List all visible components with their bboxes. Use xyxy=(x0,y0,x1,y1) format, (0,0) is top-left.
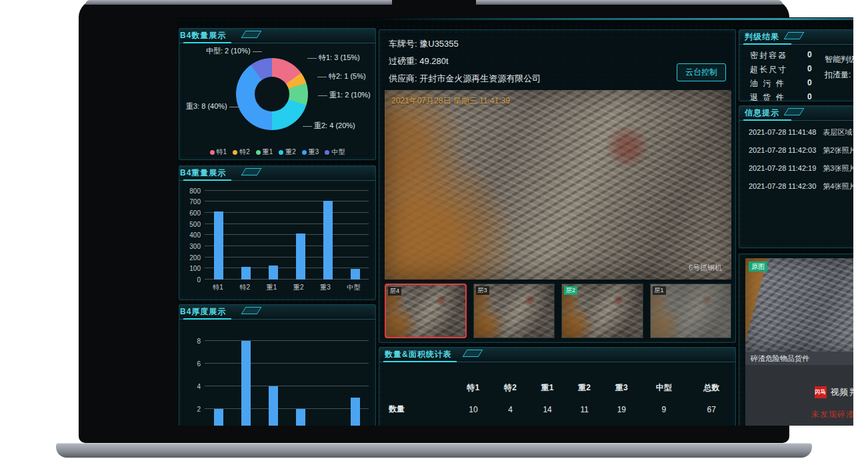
table-cell: 11 xyxy=(566,398,603,421)
ptz-control-button[interactable]: 云台控制 xyxy=(677,63,726,81)
info-message-time: 2021-07-28 11:42:03 xyxy=(749,146,816,154)
legend-item[interactable]: 重1 xyxy=(256,147,273,157)
donut-callout: 中型: 2 (10%) xyxy=(206,46,264,56)
thickness-plot-area: 2468 xyxy=(205,332,369,426)
y-axis-tick: 4 xyxy=(197,382,201,390)
x-axis-label: 特1 xyxy=(213,283,223,292)
photo-thumbnail[interactable]: 层2 xyxy=(561,284,643,338)
weight-bar-chart: 0100200300400500600700800 特1特2重1重2重3中型 xyxy=(185,186,369,292)
supplier-value: 开封市金火源再生资源有限公司 xyxy=(419,73,541,83)
thickness-bar-chart: 2468 xyxy=(185,332,369,426)
donut-callout: 重3: 8 (40%) xyxy=(186,101,241,111)
table-cell: — xyxy=(492,421,529,426)
photo-thumbnail[interactable]: 层4 xyxy=(385,284,467,338)
table-header-row: 特1特2重1重2重3中型总数 xyxy=(379,378,735,398)
info-message-text: 表层区域计算成功 xyxy=(823,128,853,136)
camera-notch xyxy=(392,0,476,10)
photo-thumbnail[interactable]: 层3 xyxy=(473,284,555,338)
y-axis-tick: 6 xyxy=(197,360,201,367)
donut-chart xyxy=(236,58,308,130)
platform-logo-row: 闪马 视频判级平台 xyxy=(745,386,853,398)
quantity-panel-title: B4数量展示 xyxy=(179,29,375,43)
table-header-cell: 特2 xyxy=(492,378,529,398)
info-panel-title: 信息提示 xyxy=(739,106,853,121)
table-header-cell: 重3 xyxy=(603,378,641,398)
title-decoration xyxy=(241,307,262,314)
info-message: 2021-07-28 11:42:03第2张照片表层判级 xyxy=(749,145,853,155)
legend-item[interactable]: 特2 xyxy=(233,147,250,157)
y-axis-tick: 700 xyxy=(189,198,201,205)
bars-group xyxy=(205,332,369,426)
legend-label: 特2 xyxy=(239,147,250,157)
thumbnail-layer-tag: 层3 xyxy=(476,286,489,295)
panel-title-text: 判级结果 xyxy=(745,32,779,41)
y-axis-tick: 100 xyxy=(189,265,201,272)
table-row-label: 面积 xyxy=(379,421,455,426)
statistics-panel-title: 数量&面积统计表 xyxy=(379,348,735,362)
table-cell: 9 xyxy=(640,398,687,421)
x-axis-label: 重2 xyxy=(293,283,304,292)
table-cell: 67 xyxy=(688,398,735,421)
info-message-text: 第2张照片表层判级 xyxy=(823,146,853,154)
photo-thumbnail[interactable]: 层1 xyxy=(650,284,732,338)
donut-callout: 重1: 2 (10%) xyxy=(316,90,371,100)
bar xyxy=(214,409,223,426)
main-photo: 2021年07月28日 星期三 11:41:39 6号抓钢机 xyxy=(385,90,731,280)
weight-panel: B4重量展示 0100200300400500600700800 特1特2重1重… xyxy=(179,165,376,300)
bars-group xyxy=(205,186,369,280)
quantity-donut-chart: 特1: 3 (15%)特2: 1 (5%)重1: 2 (10%)重2: 4 (2… xyxy=(179,45,375,145)
photo-watermark: 6号抓钢机 xyxy=(689,263,722,273)
y-axis-tick: 2 xyxy=(197,405,201,412)
table-row-label: 数量 xyxy=(379,398,455,421)
legend-label: 特1 xyxy=(217,147,227,157)
panel-title-text: B4厚度展示 xyxy=(180,307,226,316)
grading-item-label: 密封容器 xyxy=(750,51,787,60)
donut-legend: 特1特2重1重2重3中型 xyxy=(179,147,375,157)
legend-label: 中型 xyxy=(331,147,345,157)
weight-plot-area: 0100200300400500600700800 xyxy=(205,186,369,280)
donut-callout-text: 中型: 2 (10%) xyxy=(206,47,251,55)
table-header-cell: 中型 xyxy=(640,378,687,398)
statistics-panel: 数量&面积统计表 特1特2重1重2重3中型总数数量104141119967面积—… xyxy=(379,347,736,426)
legend-dot-icon xyxy=(233,150,237,155)
supplier-row: 供应商: 开封市金火源再生资源有限公司 xyxy=(389,73,541,85)
legend-item[interactable]: 重3 xyxy=(302,147,319,157)
quantity-panel: B4数量展示 特1: 3 (15%)特2: 1 (5%)重1: 2 (10%)重… xyxy=(179,28,376,160)
x-axis-label: 特2 xyxy=(240,283,251,292)
title-decoration xyxy=(463,350,483,357)
legend-item[interactable]: 重2 xyxy=(279,147,296,157)
table-cell: — xyxy=(455,421,492,426)
grading-item-label: 退 货 件 xyxy=(750,93,785,101)
bar xyxy=(323,201,333,280)
title-decoration xyxy=(784,32,805,39)
x-axis-label: 重3 xyxy=(320,283,331,292)
table-cell: — xyxy=(566,421,603,426)
info-message-text: 第3张照片表层判级 xyxy=(823,164,853,172)
donut-callout: 特1: 3 (15%) xyxy=(305,53,360,63)
inspection-panel: 车牌号: 豫U35355 过磅重: 49.280t 供应商: 开封市金火源再生资… xyxy=(379,29,736,343)
result-panel: 原图 碎渣危险物品货件 闪马 视频判级平台 未发现碎渣危险物件 xyxy=(739,254,853,426)
y-axis-tick: 8 xyxy=(197,337,201,344)
table-header-cell: 特1 xyxy=(455,378,492,398)
panel-title-text: 信息提示 xyxy=(745,108,779,117)
grading-side-label: 智能判级: xyxy=(825,54,853,65)
info-message-text: 第4张照片表层判级 xyxy=(823,182,853,190)
weighbridge-label: 过磅重: xyxy=(389,56,417,66)
plate-value: 豫U35355 xyxy=(419,39,459,49)
y-axis-tick: 300 xyxy=(189,243,201,250)
table-header-cell: 重1 xyxy=(529,378,566,398)
legend-item[interactable]: 特1 xyxy=(210,147,227,157)
grading-item-label: 超长尺寸 xyxy=(750,65,787,74)
donut-callout: 特2: 1 (5%) xyxy=(315,71,366,81)
bar xyxy=(296,234,305,280)
legend-dot-icon xyxy=(279,150,283,155)
legend-dot-icon xyxy=(210,150,215,155)
info-message: 2021-07-28 11:42:19第3张照片表层判级 xyxy=(749,163,853,173)
legend-item[interactable]: 中型 xyxy=(325,147,345,157)
y-axis-tick: 200 xyxy=(189,254,201,261)
donut-callout-text: 特2: 1 (5%) xyxy=(329,72,366,80)
legend-dot-icon xyxy=(302,150,307,155)
x-axis-label: 重1 xyxy=(267,283,277,292)
title-decoration xyxy=(784,108,805,115)
donut-callout: 重2: 4 (20%) xyxy=(301,121,355,131)
